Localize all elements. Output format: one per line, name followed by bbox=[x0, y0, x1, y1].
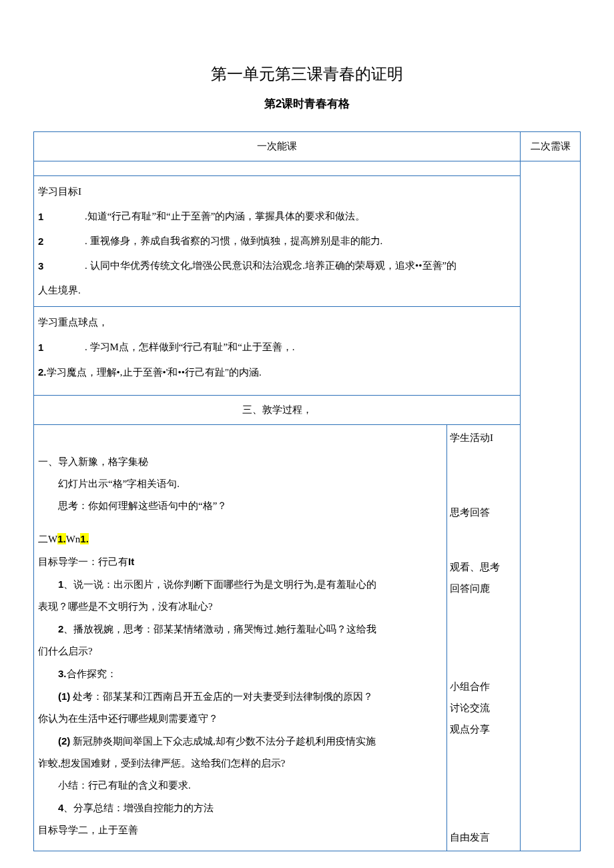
objectives-cell: 学习目标I 1.知道“行己有耻”和“止于至善”的内涵，掌握具体的要求和做法。 2… bbox=[34, 175, 521, 306]
page-title-sub: 第2课时青春有格 bbox=[33, 94, 581, 115]
sidebar-label: 回答问鹿 bbox=[450, 580, 517, 598]
sidebar-label: 学生活动I bbox=[450, 429, 517, 447]
empty-row bbox=[34, 161, 581, 175]
sidebar-label: 观点分享 bbox=[450, 721, 517, 739]
objective-item: 3. 认同中华优秀传统文化,增强公民意识和法治观念.培养正确的荣辱观，追求••至… bbox=[38, 257, 516, 275]
objective-number: 3 bbox=[38, 257, 85, 275]
sidebar-label: 思考回答 bbox=[450, 504, 517, 522]
lesson-table: 一次能课 二次需课 学习目标I 1.知道“行己有耻”和“止于至善”的内涵，掌握具… bbox=[33, 131, 581, 851]
body-paragraph: 小结：行己有耻的含义和要求. bbox=[38, 777, 442, 795]
intro-line: 一、导入新豫，格字集秘 bbox=[38, 453, 442, 471]
keypoint-item: 2.学习魔点，理解•,止于至善•'和••行己有趾"的内涵. bbox=[38, 363, 516, 382]
intro-line: 思考：你如何理解这些语句中的“格”？ bbox=[38, 497, 442, 515]
objectives-title: 学习目标I bbox=[38, 183, 516, 201]
objective-number: 1 bbox=[38, 207, 85, 226]
objective-text: . 重视修身，养成自我省察的习惯，做到慎独，提高辨别是非的能力. bbox=[85, 236, 382, 246]
objective-number: 2 bbox=[38, 232, 85, 250]
body-paragraph: (1) 处考：邵某某和江西南吕开五金店的一对夫妻受到法律制俄的原因？ bbox=[38, 687, 442, 706]
body-paragraph: 4、分享总结：增强自控能力的方法 bbox=[38, 799, 442, 817]
keypoint-number: 2. bbox=[38, 366, 47, 378]
keypoint-text: 学习魔点，理解•,止于至善•'和••行己有趾"的内涵. bbox=[47, 367, 262, 378]
objective-item: 1.知道“行己有耻”和“止于至善”的内涵，掌握具体的要求和做法。 bbox=[38, 207, 516, 226]
body-paragraph: 你认为在生活中还行哪些规则需要遵守？ bbox=[38, 710, 442, 728]
body-paragraph: (2) 新冠肺炎期间举国上下众志成城,却有少数不法分子趁机利用疫情实施 bbox=[38, 732, 442, 751]
sidebar-label: 讨论交流 bbox=[450, 699, 517, 717]
highlight-text: 1. bbox=[57, 533, 66, 544]
process-title-row: 三、敦学过程， bbox=[34, 395, 581, 424]
header-first: 一次能课 bbox=[34, 131, 521, 161]
keypoint-item: 1. 学习M点，怎样做到“行己有耻”和“止于至善，. bbox=[38, 338, 516, 356]
sidebar-label: 自由发言 bbox=[450, 829, 517, 847]
body-paragraph: 3.合作探究： bbox=[38, 665, 442, 683]
objective-text: .知道“行己有耻”和“止于至善”的内涵，掌握具体的要求和做法。 bbox=[85, 211, 365, 222]
process-title: 三、敦学过程， bbox=[34, 395, 521, 424]
process-content: 一、导入新豫，格字集秘 幻灯片出示“格”字相关语句. 思考：你如何理解这些语句中… bbox=[34, 424, 447, 851]
process-body-row: 一、导入新豫，格字集秘 幻灯片出示“格”字相关语句. 思考：你如何理解这些语句中… bbox=[34, 424, 581, 851]
intro-line: 幻灯片出示“格”字相关语句. bbox=[38, 475, 442, 493]
body-paragraph: 2、播放视婉，思考：邵某某情绪激动，痛哭悔过.她行羞耻心吗？这给我 bbox=[38, 620, 442, 638]
body-paragraph: 表现？哪些是不文明行为，没有冰耻心? bbox=[38, 598, 442, 616]
body-paragraph: 们什么启示? bbox=[38, 642, 442, 661]
goal-heading: 目标导学二，止于至善 bbox=[38, 821, 442, 839]
keypoint-text: . 学习M点，怎样做到“行己有耻”和“止于至善，. bbox=[85, 342, 295, 352]
objective-text: . 认同中华优秀传统文化,增强公民意识和法治观念.培养正确的荣辱观，追求••至善… bbox=[85, 260, 456, 271]
goal-heading: 目标导学一：行己有It bbox=[38, 552, 442, 571]
objective-item: 2. 重视修身，养成自我省察的习惯，做到慎独，提高辨别是非的能力. bbox=[38, 232, 516, 250]
header-second: 二次需课 bbox=[521, 131, 581, 161]
keypoint-number: 1 bbox=[38, 338, 85, 356]
section-marker: 二W1.Wn1. bbox=[38, 530, 442, 548]
objective-tail: 人生境界. bbox=[38, 282, 516, 300]
sidebar-label: 观看、思考 bbox=[450, 558, 517, 576]
student-activity-cell: 学生活动I 思考回答 观看、思考 回答问鹿 小组合作 讨论交流 观点分享 自由发… bbox=[447, 424, 521, 851]
body-paragraph: 诈蛟,想发国难财，受到法律严惩。这给我们怎样的启示? bbox=[38, 755, 442, 773]
highlight-text: 1. bbox=[80, 533, 89, 544]
objectives-row: 学习目标I 1.知道“行己有耻”和“止于至善”的内涵，掌握具体的要求和做法。 2… bbox=[34, 175, 581, 306]
page-title-main: 第一单元第三课青春的证明 bbox=[33, 60, 581, 89]
keypoints-title: 学习重点球点， bbox=[38, 314, 516, 332]
sidebar-label: 小组合作 bbox=[450, 678, 517, 696]
empty-cell bbox=[34, 161, 521, 175]
keypoints-row: 学习重点球点， 1. 学习M点，怎样做到“行己有耻”和“止于至善，. 2.学习魔… bbox=[34, 306, 581, 395]
keypoints-cell: 学习重点球点， 1. 学习M点，怎样做到“行己有耻”和“止于至善，. 2.学习魔… bbox=[34, 306, 521, 395]
header-row: 一次能课 二次需课 bbox=[34, 131, 581, 161]
empty-cell bbox=[521, 161, 581, 851]
body-paragraph: 1、说一说：出示图片，说你判断下面哪些行为是文明行为,是有羞耻心的 bbox=[38, 575, 442, 594]
